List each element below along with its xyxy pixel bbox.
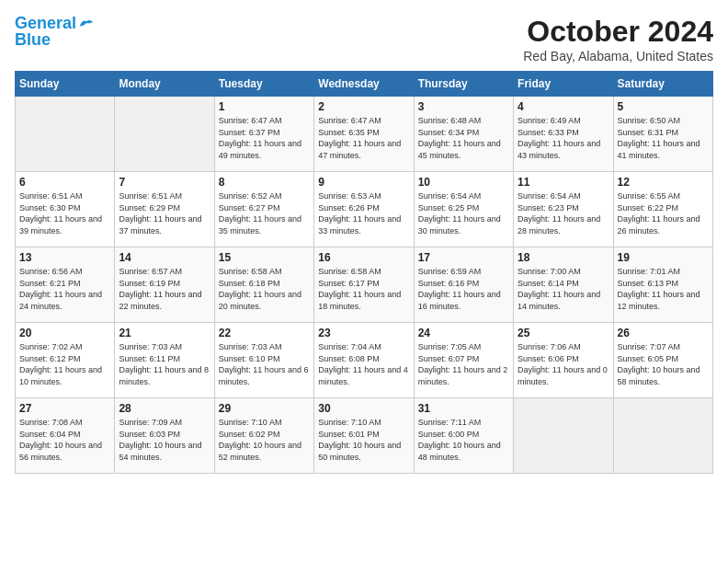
cell-content: Sunrise: 7:11 AM Sunset: 6:00 PM Dayligh… [418,417,509,463]
day-cell: 28 Sunrise: 7:09 AM Sunset: 6:03 PM Dayl… [115,398,214,474]
day-number: 17 [418,251,509,264]
day-number: 24 [418,327,509,339]
day-number: 30 [318,402,409,415]
day-cell: 17 Sunrise: 6:59 AM Sunset: 6:16 PM Dayl… [414,247,513,323]
day-cell [613,398,712,474]
week-row-4: 20 Sunrise: 7:02 AM Sunset: 6:12 PM Dayl… [16,323,713,398]
header-day-sunday: Sunday [16,72,115,97]
cell-content: Sunrise: 7:00 AM Sunset: 6:14 PM Dayligh… [518,266,609,312]
cell-content: Sunrise: 6:52 AM Sunset: 6:27 PM Dayligh… [219,190,310,236]
header-day-thursday: Thursday [414,72,513,97]
logo-bird-icon [78,17,95,29]
day-cell: 7 Sunrise: 6:51 AM Sunset: 6:29 PM Dayli… [115,172,214,247]
cell-content: Sunrise: 7:05 AM Sunset: 6:07 PM Dayligh… [418,341,509,387]
day-number: 21 [119,327,210,339]
day-number: 18 [518,251,609,264]
page-header: General Blue October 2024 Red Bay, Alaba… [15,15,713,63]
logo-line2: Blue [15,31,51,48]
day-number: 6 [19,176,110,189]
logo-text: General [15,15,76,31]
cell-content: Sunrise: 7:08 AM Sunset: 6:04 PM Dayligh… [19,417,110,463]
day-number: 19 [618,251,709,264]
cell-content: Sunrise: 6:47 AM Sunset: 6:35 PM Dayligh… [318,115,409,161]
cell-content: Sunrise: 7:06 AM Sunset: 6:06 PM Dayligh… [518,341,609,387]
day-cell [115,97,214,172]
day-number: 20 [19,327,110,339]
day-number: 3 [418,100,509,113]
day-number: 5 [618,100,709,113]
cell-content: Sunrise: 7:02 AM Sunset: 6:12 PM Dayligh… [19,341,110,387]
day-number: 23 [318,327,409,339]
day-cell: 6 Sunrise: 6:51 AM Sunset: 6:30 PM Dayli… [16,172,115,247]
day-cell: 24 Sunrise: 7:05 AM Sunset: 6:07 PM Dayl… [414,323,513,398]
header-day-saturday: Saturday [613,72,712,97]
cell-content: Sunrise: 6:54 AM Sunset: 6:25 PM Dayligh… [418,190,509,236]
cell-content: Sunrise: 6:59 AM Sunset: 6:16 PM Dayligh… [418,266,509,312]
day-number: 13 [19,251,110,264]
day-number: 4 [518,100,609,113]
calendar-table: SundayMondayTuesdayWednesdayThursdayFrid… [15,71,713,474]
day-cell: 25 Sunrise: 7:06 AM Sunset: 6:06 PM Dayl… [514,323,613,398]
day-cell: 29 Sunrise: 7:10 AM Sunset: 6:02 PM Dayl… [214,398,313,474]
day-number: 12 [618,176,709,189]
day-number: 14 [119,251,210,264]
location: Red Bay, Alabama, United States [523,49,713,63]
cell-content: Sunrise: 6:51 AM Sunset: 6:30 PM Dayligh… [19,190,110,236]
cell-content: Sunrise: 6:57 AM Sunset: 6:19 PM Dayligh… [119,266,210,312]
day-number: 8 [219,176,310,189]
day-cell: 26 Sunrise: 7:07 AM Sunset: 6:05 PM Dayl… [613,323,712,398]
week-row-2: 6 Sunrise: 6:51 AM Sunset: 6:30 PM Dayli… [16,172,713,247]
cell-content: Sunrise: 6:48 AM Sunset: 6:34 PM Dayligh… [418,115,509,161]
day-cell: 3 Sunrise: 6:48 AM Sunset: 6:34 PM Dayli… [414,97,513,172]
day-number: 22 [219,327,310,339]
logo: General Blue [15,15,95,48]
day-cell: 4 Sunrise: 6:49 AM Sunset: 6:33 PM Dayli… [514,97,613,172]
cell-content: Sunrise: 6:54 AM Sunset: 6:23 PM Dayligh… [518,190,609,236]
day-cell: 20 Sunrise: 7:02 AM Sunset: 6:12 PM Dayl… [16,323,115,398]
day-cell: 8 Sunrise: 6:52 AM Sunset: 6:27 PM Dayli… [214,172,313,247]
day-number: 9 [318,176,409,189]
day-cell: 22 Sunrise: 7:03 AM Sunset: 6:10 PM Dayl… [214,323,313,398]
day-cell [16,97,115,172]
header-day-monday: Monday [115,72,214,97]
day-cell: 16 Sunrise: 6:58 AM Sunset: 6:17 PM Dayl… [314,247,414,323]
month-title: October 2024 [523,15,713,49]
day-cell: 13 Sunrise: 6:56 AM Sunset: 6:21 PM Dayl… [16,247,115,323]
day-cell: 12 Sunrise: 6:55 AM Sunset: 6:22 PM Dayl… [613,172,712,247]
header-day-wednesday: Wednesday [314,72,414,97]
header-day-tuesday: Tuesday [214,72,313,97]
day-cell: 2 Sunrise: 6:47 AM Sunset: 6:35 PM Dayli… [314,97,414,172]
cell-content: Sunrise: 6:58 AM Sunset: 6:18 PM Dayligh… [219,266,310,312]
day-number: 7 [119,176,210,189]
day-number: 10 [418,176,509,189]
cell-content: Sunrise: 6:51 AM Sunset: 6:29 PM Dayligh… [119,190,210,236]
day-cell: 21 Sunrise: 7:03 AM Sunset: 6:11 PM Dayl… [115,323,214,398]
cell-content: Sunrise: 6:50 AM Sunset: 6:31 PM Dayligh… [618,115,709,161]
week-row-3: 13 Sunrise: 6:56 AM Sunset: 6:21 PM Dayl… [16,247,713,323]
day-cell: 19 Sunrise: 7:01 AM Sunset: 6:13 PM Dayl… [613,247,712,323]
cell-content: Sunrise: 7:04 AM Sunset: 6:08 PM Dayligh… [318,341,409,387]
day-number: 15 [219,251,310,264]
day-cell: 18 Sunrise: 7:00 AM Sunset: 6:14 PM Dayl… [514,247,613,323]
day-cell: 23 Sunrise: 7:04 AM Sunset: 6:08 PM Dayl… [314,323,414,398]
cell-content: Sunrise: 7:01 AM Sunset: 6:13 PM Dayligh… [618,266,709,312]
day-cell: 1 Sunrise: 6:47 AM Sunset: 6:37 PM Dayli… [214,97,313,172]
day-number: 27 [19,402,110,415]
day-cell: 31 Sunrise: 7:11 AM Sunset: 6:00 PM Dayl… [414,398,513,474]
cell-content: Sunrise: 6:47 AM Sunset: 6:37 PM Dayligh… [219,115,310,161]
week-row-5: 27 Sunrise: 7:08 AM Sunset: 6:04 PM Dayl… [16,398,713,474]
cell-content: Sunrise: 7:07 AM Sunset: 6:05 PM Dayligh… [618,341,709,387]
cell-content: Sunrise: 6:56 AM Sunset: 6:21 PM Dayligh… [19,266,110,312]
day-cell [514,398,613,474]
cell-content: Sunrise: 6:53 AM Sunset: 6:26 PM Dayligh… [318,190,409,236]
day-number: 1 [219,100,310,113]
cell-content: Sunrise: 7:09 AM Sunset: 6:03 PM Dayligh… [119,417,210,463]
day-cell: 27 Sunrise: 7:08 AM Sunset: 6:04 PM Dayl… [16,398,115,474]
day-number: 31 [418,402,509,415]
cell-content: Sunrise: 7:03 AM Sunset: 6:10 PM Dayligh… [219,341,310,387]
header-row: SundayMondayTuesdayWednesdayThursdayFrid… [16,72,713,97]
cell-content: Sunrise: 6:58 AM Sunset: 6:17 PM Dayligh… [318,266,409,312]
day-cell: 10 Sunrise: 6:54 AM Sunset: 6:25 PM Dayl… [414,172,513,247]
day-cell: 11 Sunrise: 6:54 AM Sunset: 6:23 PM Dayl… [514,172,613,247]
day-cell: 9 Sunrise: 6:53 AM Sunset: 6:26 PM Dayli… [314,172,414,247]
